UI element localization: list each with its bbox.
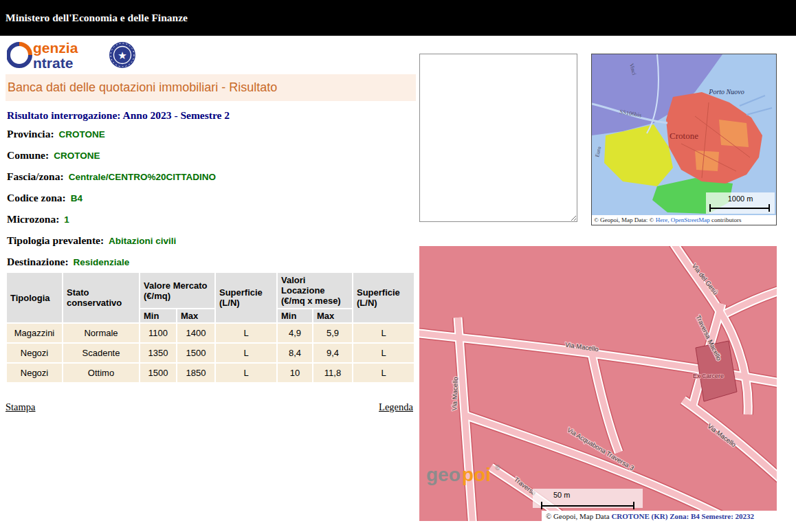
here-link[interactable]: Here, <box>656 217 670 223</box>
logo-text-entrate: ntrate <box>33 55 73 71</box>
cell-stato: Scadente <box>63 344 139 362</box>
zone-info: CROTONE (KR) Zona: B4 Semestre: 20232 <box>611 512 754 520</box>
field-provincia: Provincia:CROTONE <box>7 128 216 140</box>
field-label: Tipologia prevalente: <box>7 234 104 246</box>
col-header-valori-locazione: Valori Locazione (€/mq x mese) <box>278 273 352 308</box>
cell-locazione-min: 8,4 <box>278 344 312 362</box>
col-header-valore-mercato: Valore Mercato (€/mq) <box>140 273 214 308</box>
geopoi-logo-poi: poi <box>462 464 491 485</box>
table-row: Negozi Ottimo 1500 1850 L 10 11,8 L <box>7 364 414 382</box>
cell-tipologia: Magazzini <box>7 324 62 342</box>
col-header-superficie-1: Superficie (L/N) <box>216 273 276 322</box>
field-codice-zona: Codice zona:B4 <box>7 192 216 204</box>
geopoi-logo-reg: ® <box>495 464 500 472</box>
overview-map[interactable]: Porto Nuovo Crotone SS106bis Vinci Euro … <box>591 54 777 225</box>
cell-superficie-2: L <box>353 364 414 382</box>
map-label-crotone: Crotone <box>670 131 698 141</box>
page-title: Banca dati delle quotazioni immobiliari … <box>5 74 416 101</box>
quotes-table: Tipologia Stato conservativo Valore Merc… <box>5 271 415 384</box>
result-fields: Provincia:CROTONE Comune:CROTONE Fascia/… <box>7 128 216 277</box>
cell-superficie-1: L <box>216 324 276 342</box>
cell-superficie-1: L <box>216 364 276 382</box>
attribution-text: © Geopoi, Map Data <box>546 512 611 520</box>
logo-text-agenzia: genzia <box>33 40 78 56</box>
detail-scale-bar: 50 m <box>533 489 643 509</box>
zone-orange-1 <box>719 120 749 147</box>
field-fascia-zona: Fascia/zona:Centrale/CENTRO%20CITTADINO <box>7 170 216 183</box>
cell-locazione-min: 4,9 <box>278 324 312 342</box>
field-label: Microzona: <box>7 213 59 225</box>
actions-row: Stampa Legenda <box>5 401 413 413</box>
col-header-superficie-2: Superficie (L/N) <box>353 273 414 322</box>
field-label: Fascia/zona: <box>7 170 64 182</box>
geopoi-logo: geo poi ® <box>426 464 500 485</box>
table-header-row: Tipologia Stato conservativo Valore Merc… <box>7 273 414 308</box>
cell-mercato-min: 1350 <box>140 344 176 362</box>
field-destinazione: Destinazione:Residenziale <box>7 256 216 268</box>
overview-scale-bar: 1000 m <box>706 192 775 214</box>
cell-mercato-max: 1500 <box>177 344 214 362</box>
ministry-title: Ministero dell'Economia e delle Finanze <box>0 12 188 24</box>
scale-label: 50 m <box>553 491 570 499</box>
overview-map-attribution: © Geopoi, Map Data: © Here, OpenStreetMa… <box>592 215 776 225</box>
info-textarea[interactable] <box>419 54 577 222</box>
col-header-tipologia: Tipologia <box>7 273 62 322</box>
table-row: Magazzini Normale 1100 1400 L 4,9 5,9 L <box>7 324 414 342</box>
table-row: Negozi Scadente 1350 1500 L 8,4 9,4 L <box>7 344 414 362</box>
quotes-table-wrap: Tipologia Stato conservativo Valore Merc… <box>5 271 415 384</box>
field-value: Centrale/CENTRO%20CITTADINO <box>69 172 216 182</box>
notes-box-wrap <box>419 54 577 225</box>
logo-emblem-star-icon: ★ <box>118 49 126 61</box>
col-header-min-1: Min <box>140 309 176 322</box>
col-header-max-2: Max <box>313 309 352 322</box>
street-label-via-macello-left: Via Macello <box>450 377 459 410</box>
attribution-prefix: © Geopoi, Map Data: © <box>594 217 656 223</box>
field-label: Destinazione: <box>7 256 69 267</box>
agenzia-entrate-logo-art: genzia ntrate ★ <box>7 38 144 71</box>
cell-mercato-max: 1850 <box>177 364 214 382</box>
cell-locazione-max: 9,4 <box>313 344 352 362</box>
detail-map[interactable]: Via del Gesù Via Macello Via Macello Via… <box>419 246 777 521</box>
col-header-stato: Stato conservativo <box>63 273 139 322</box>
cell-mercato-max: 1400 <box>177 324 214 342</box>
cell-locazione-max: 5,9 <box>313 324 352 342</box>
legenda-link[interactable]: Legenda <box>379 401 413 413</box>
field-microzona: Microzona:1 <box>7 213 216 225</box>
scale-backdrop <box>533 489 643 508</box>
logo-swirl-orange <box>19 44 30 55</box>
map-label-porto-nuovo: Porto Nuovo <box>708 88 744 96</box>
field-value: CROTONE <box>59 129 105 140</box>
field-label: Codice zona: <box>7 192 66 203</box>
cell-superficie-1: L <box>216 344 276 362</box>
result-heading: Risultato interrogazione: Anno 2023 - Se… <box>7 109 230 122</box>
stampa-link[interactable]: Stampa <box>5 401 36 413</box>
scale-label: 1000 m <box>728 195 753 203</box>
col-header-min-2: Min <box>278 309 312 322</box>
cell-mercato-min: 1500 <box>140 364 176 382</box>
agenzia-entrate-logo: genzia ntrate ★ <box>7 38 144 71</box>
field-label: Comune: <box>7 149 49 161</box>
map-label-ex-carcere: Ex Carcere <box>693 373 724 379</box>
geopoi-logo-geo: geo <box>426 464 461 485</box>
field-label: Provincia: <box>7 128 54 140</box>
cell-stato: Ottimo <box>63 364 139 382</box>
openstreetmap-link[interactable]: OpenStreetMap <box>669 217 709 223</box>
field-value: Abitazioni civili <box>109 236 176 246</box>
field-value: CROTONE <box>54 151 100 161</box>
cell-locazione-min: 10 <box>278 364 312 382</box>
field-tipologia-prevalente: Tipologia prevalente:Abitazioni civili <box>7 234 216 247</box>
cell-tipologia: Negozi <box>7 364 62 382</box>
attribution-suffix: contributors <box>710 217 742 223</box>
cell-locazione-max: 11,8 <box>313 364 352 382</box>
cell-stato: Normale <box>63 324 139 342</box>
field-value: B4 <box>71 193 82 203</box>
field-value: 1 <box>64 214 69 225</box>
cell-superficie-2: L <box>353 344 414 362</box>
cell-mercato-min: 1100 <box>140 324 176 342</box>
field-value: Residenziale <box>74 257 130 267</box>
cell-tipologia: Negozi <box>7 344 62 362</box>
detail-map-canvas: Via del Gesù Via Macello Via Macello Via… <box>419 246 777 521</box>
detail-map-attribution: © Geopoi, Map Data CROTONE (KR) Zona: B4… <box>542 511 777 521</box>
overview-map-canvas: Porto Nuovo Crotone SS106bis Vinci Euro … <box>592 54 776 215</box>
ministry-bar: Ministero dell'Economia e delle Finanze <box>0 0 796 36</box>
